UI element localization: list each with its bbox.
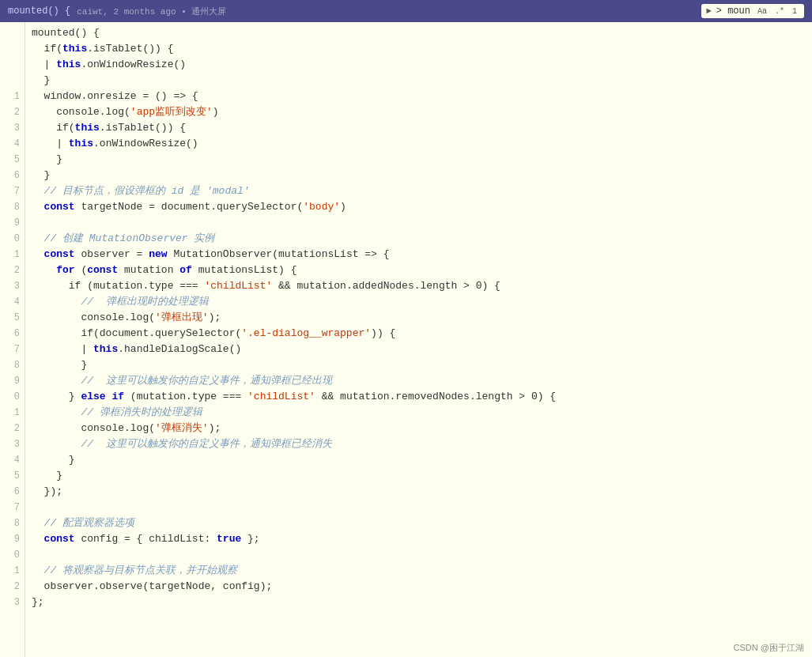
line-number: 5 [0,468,25,484]
line-number [0,57,25,73]
line-number: 7 [0,183,25,199]
line-number: 8 [0,357,25,373]
search-icon: ► [706,6,712,16]
code-line: // 这里可以触发你的自定义事件，通知弹框已经出现 [32,373,812,389]
line-number: 9 [0,531,25,547]
line-number: 1 [0,405,25,421]
code-line: } [32,73,812,89]
line-number: 2 [0,579,25,595]
code-line: | this.handleDialogScale() [32,342,812,357]
code-line: window.onresize = () => { [32,89,812,104]
search-regex-btn[interactable]: .* [772,6,787,17]
line-number: 3 [0,278,25,294]
line-number: 3 [0,436,25,452]
line-number [0,41,25,57]
line-number: 5 [0,310,25,326]
line-number: 3 [0,120,25,136]
line-number: 6 [0,326,25,342]
code-line: // 将观察器与目标节点关联，并开始观察 [32,563,812,579]
code-line [32,500,812,515]
line-number: 8 [0,515,25,531]
code-area: 123456789012345678901234567890123 mounte… [0,22,812,657]
line-number: 9 [0,215,25,231]
code-line: }; [32,595,812,610]
code-line: const config = { childList: true }; [32,531,812,547]
editor-container: mounted() { caiwt, 2 months ago • 通州大屏 ►… [0,0,812,657]
code-line: console.log('弹框出现'); [32,310,812,326]
code-line [32,215,812,231]
line-number: 0 [0,547,25,563]
code-line: observer.observe(targetNode, config); [32,579,812,595]
line-number: 7 [0,500,25,515]
line-number: 2 [0,104,25,120]
line-number: 0 [0,231,25,247]
top-bar: mounted() { caiwt, 2 months ago • 通州大屏 ►… [0,0,812,22]
line-number: 1 [0,89,25,104]
search-text: > moun [716,6,750,17]
line-number: 6 [0,484,25,500]
code-content[interactable]: mounted() { if(this.isTablet()) { | this… [25,22,812,657]
code-line: // 这里可以触发你的自定义事件，通知弹框已经消失 [32,436,812,452]
code-line: // 创建 MutationObserver 实例 [32,231,812,247]
code-line: if(document.querySelector('.el-dialog__w… [32,326,812,342]
search-aa-btn[interactable]: Aa [755,6,769,17]
code-line: } [32,452,812,468]
code-line: // 配置观察器选项 [32,515,812,531]
line-numbers: 123456789012345678901234567890123 [0,22,25,657]
line-number: 8 [0,199,25,215]
code-line: mounted() { [32,25,812,41]
line-number: 2 [0,262,25,278]
line-number: 5 [0,152,25,168]
code-line: // 弹框出现时的处理逻辑 [32,294,812,310]
line-number: 4 [0,294,25,310]
line-number: 3 [0,595,25,610]
search-case-btn[interactable]: 1 [790,6,799,17]
line-number: 2 [0,421,25,436]
top-bar-meta: caiwt, 2 months ago • 通州大屏 [77,6,226,17]
code-line: }); [32,484,812,500]
line-number [0,73,25,89]
code-line: } else if (mutation.type === 'childList'… [32,389,812,405]
line-number [0,25,25,41]
code-line: console.log('弹框消失'); [32,421,812,436]
code-line: } [32,152,812,168]
line-number: 7 [0,342,25,357]
line-number: 4 [0,136,25,152]
code-line [32,547,812,563]
line-number: 1 [0,247,25,262]
code-line: for (const mutation of mutationsList) { [32,262,812,278]
search-options: Aa .* 1 [755,6,799,17]
code-line: | this.onWindowResize() [32,57,812,73]
code-line: } [32,468,812,484]
line-number: 4 [0,452,25,468]
footer-watermark: CSDN @困于江湖 [734,642,804,654]
code-line: if(this.isTablet()) { [32,120,812,136]
line-number: 6 [0,168,25,183]
search-bar[interactable]: ► > moun Aa .* 1 [701,4,804,18]
line-number: 1 [0,563,25,579]
code-line: if (mutation.type === 'childList' && mut… [32,278,812,294]
code-line: // 弹框消失时的处理逻辑 [32,405,812,421]
line-number: 9 [0,373,25,389]
top-bar-title: mounted() { [8,6,70,17]
code-line: if(this.isTablet()) { [32,41,812,57]
code-line: } [32,168,812,183]
top-bar-left: mounted() { caiwt, 2 months ago • 通州大屏 [8,6,226,17]
line-number: 0 [0,389,25,405]
code-line: | this.onWindowResize() [32,136,812,152]
code-line: // 目标节点，假设弹框的 id 是 'modal' [32,183,812,199]
code-line: const observer = new MutationObserver(mu… [32,247,812,262]
code-line: const targetNode = document.querySelecto… [32,199,812,215]
code-line: } [32,357,812,373]
code-line: console.log('app监听到改变') [32,104,812,120]
